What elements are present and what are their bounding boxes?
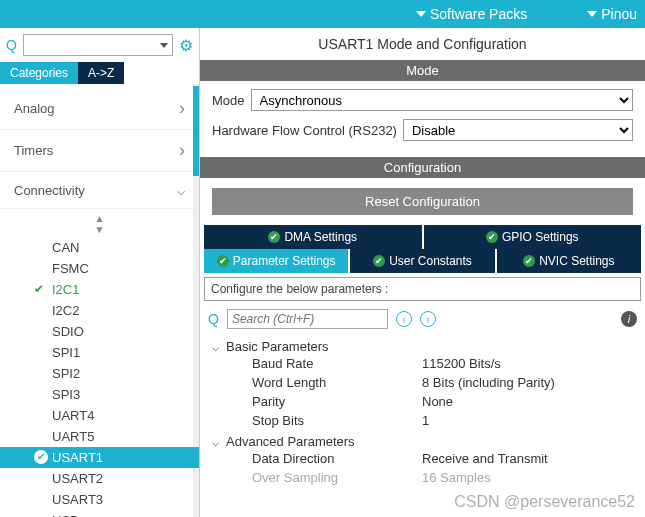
search-next-button[interactable]: › bbox=[420, 311, 436, 327]
periph-usb[interactable]: USB bbox=[0, 510, 199, 517]
tab-software-packs[interactable]: Software Packs bbox=[416, 6, 527, 22]
param-stop-bits[interactable]: Stop Bits1 bbox=[212, 411, 633, 430]
sort-icon[interactable]: ▲▼ bbox=[0, 211, 199, 237]
chevron-down-icon bbox=[416, 11, 426, 17]
info-icon[interactable]: i bbox=[621, 311, 637, 327]
peripheral-list: ▲▼ CAN FSMC I2C1 I2C2 SDIO SPI1 SPI2 SPI… bbox=[0, 209, 199, 517]
search-prev-button[interactable]: ‹ bbox=[396, 311, 412, 327]
category-timers[interactable]: Timers bbox=[0, 130, 199, 172]
group-advanced-parameters[interactable]: Advanced Parameters bbox=[212, 434, 633, 449]
view-tab-categories[interactable]: Categories bbox=[0, 62, 78, 84]
tab-user-constants[interactable]: ✔User Constants bbox=[350, 249, 494, 273]
parameter-search-input[interactable] bbox=[227, 309, 388, 329]
chevron-down-icon bbox=[587, 11, 597, 17]
param-over-sampling: Over Sampling16 Samples bbox=[212, 468, 633, 487]
chevron-down-icon bbox=[160, 43, 168, 48]
check-icon: ✔ bbox=[486, 231, 498, 243]
tab-dma-settings[interactable]: ✔DMA Settings bbox=[204, 225, 422, 249]
param-data-direction[interactable]: Data DirectionReceive and Transmit bbox=[212, 449, 633, 468]
page-title: USART1 Mode and Configuration bbox=[200, 28, 645, 60]
group-basic-parameters[interactable]: Basic Parameters bbox=[212, 339, 633, 354]
search-icon: Q bbox=[208, 311, 219, 327]
param-word-length[interactable]: Word Length8 Bits (including Parity) bbox=[212, 373, 633, 392]
top-tab-bar: Software Packs Pinou bbox=[0, 0, 645, 28]
check-icon: ✔ bbox=[523, 255, 535, 267]
view-tab-az[interactable]: A->Z bbox=[78, 62, 124, 84]
check-icon: ✔ bbox=[268, 231, 280, 243]
periph-spi1[interactable]: SPI1 bbox=[0, 342, 199, 363]
periph-spi2[interactable]: SPI2 bbox=[0, 363, 199, 384]
search-icon: Q bbox=[6, 37, 17, 53]
chevron-right-icon bbox=[179, 140, 185, 161]
chevron-right-icon bbox=[179, 98, 185, 119]
check-icon: ✔ bbox=[217, 255, 229, 267]
parameter-tree: Basic Parameters Baud Rate115200 Bits/s … bbox=[200, 333, 645, 493]
tab-parameter-settings[interactable]: ✔Parameter Settings bbox=[204, 249, 348, 273]
periph-uart4[interactable]: UART4 bbox=[0, 405, 199, 426]
periph-usart3[interactable]: USART3 bbox=[0, 489, 199, 510]
periph-can[interactable]: CAN bbox=[0, 237, 199, 258]
periph-uart5[interactable]: UART5 bbox=[0, 426, 199, 447]
mode-label: Mode bbox=[212, 93, 245, 108]
param-parity[interactable]: ParityNone bbox=[212, 392, 633, 411]
periph-usart2[interactable]: USART2 bbox=[0, 468, 199, 489]
category-connectivity[interactable]: Connectivity bbox=[0, 172, 199, 209]
peripheral-search-combo[interactable] bbox=[23, 34, 173, 56]
gear-icon[interactable]: ⚙ bbox=[179, 36, 193, 55]
check-icon: ✔ bbox=[373, 255, 385, 267]
flow-control-select[interactable]: Disable bbox=[403, 119, 633, 141]
param-baud-rate[interactable]: Baud Rate115200 Bits/s bbox=[212, 354, 633, 373]
configure-hint: Configure the below parameters : bbox=[204, 277, 641, 301]
chevron-down-icon bbox=[177, 182, 185, 198]
configuration-section-header: Configuration bbox=[200, 157, 645, 178]
tab-gpio-settings[interactable]: ✔GPIO Settings bbox=[424, 225, 642, 249]
peripheral-sidebar: Q ⚙ Categories A->Z Analog Timers Connec… bbox=[0, 28, 200, 517]
periph-spi3[interactable]: SPI3 bbox=[0, 384, 199, 405]
periph-sdio[interactable]: SDIO bbox=[0, 321, 199, 342]
reset-configuration-button[interactable]: Reset Configuration bbox=[212, 188, 633, 215]
flow-control-label: Hardware Flow Control (RS232) bbox=[212, 123, 397, 138]
tab-pinout[interactable]: Pinou bbox=[587, 6, 637, 22]
mode-select[interactable]: Asynchronous bbox=[251, 89, 633, 111]
periph-i2c2[interactable]: I2C2 bbox=[0, 300, 199, 321]
config-panel: USART1 Mode and Configuration Mode Mode … bbox=[200, 28, 645, 517]
mode-section-header: Mode bbox=[200, 60, 645, 81]
periph-fsmc[interactable]: FSMC bbox=[0, 258, 199, 279]
category-analog[interactable]: Analog bbox=[0, 88, 199, 130]
tab-nvic-settings[interactable]: ✔NVIC Settings bbox=[497, 249, 641, 273]
periph-i2c1[interactable]: I2C1 bbox=[0, 279, 199, 300]
periph-usart1[interactable]: USART1 bbox=[0, 447, 199, 468]
